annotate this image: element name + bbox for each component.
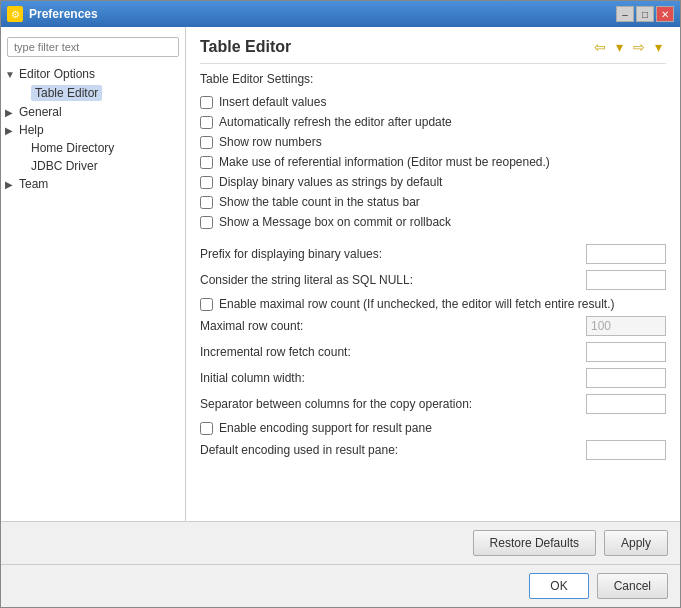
checkbox-row-auto-refresh: Automatically refresh the editor after u…: [200, 114, 666, 130]
binary-strings-checkbox[interactable]: [200, 176, 213, 189]
dialog-footer: OK Cancel: [1, 564, 680, 607]
cancel-button[interactable]: Cancel: [597, 573, 668, 599]
field-row-prefix: Prefix for displaying binary values:: [200, 244, 666, 264]
message-box-checkbox[interactable]: [200, 216, 213, 229]
nav-back-button[interactable]: ⇦: [590, 37, 610, 57]
insert-default-label: Insert default values: [219, 95, 326, 109]
nav-dropdown-button[interactable]: ▾: [612, 37, 627, 57]
referential-label: Make use of referential information (Edi…: [219, 155, 550, 169]
sidebar-item-table-editor[interactable]: Table Editor: [1, 83, 185, 103]
sidebar-item-label: Table Editor: [31, 85, 102, 101]
nav-forward-button[interactable]: ⇨: [629, 37, 649, 57]
sidebar-item-jdbc-driver[interactable]: JDBC Driver: [1, 157, 185, 175]
close-button[interactable]: ✕: [656, 6, 674, 22]
column-width-input[interactable]: [586, 368, 666, 388]
insert-default-checkbox[interactable]: [200, 96, 213, 109]
auto-refresh-checkbox[interactable]: [200, 116, 213, 129]
field-row-default-encoding: Default encoding used in result pane:: [200, 440, 666, 460]
title-buttons: – □ ✕: [616, 6, 674, 22]
nav-forward-dropdown-button[interactable]: ▾: [651, 37, 666, 57]
checkbox-row-maxrow: Enable maximal row count (If unchecked, …: [200, 296, 666, 312]
separator-label: Separator between columns for the copy o…: [200, 397, 586, 411]
fields-section: Prefix for displaying binary values: Con…: [200, 244, 666, 460]
panel-header: Table Editor ⇦ ▾ ⇨ ▾: [200, 37, 666, 64]
sidebar-item-label: Home Directory: [31, 141, 114, 155]
settings-section: Table Editor Settings: Insert default va…: [200, 72, 666, 230]
checkbox-row-show-row-numbers: Show row numbers: [200, 134, 666, 150]
encoding-checkbox[interactable]: [200, 422, 213, 435]
sidebar-item-editor-options[interactable]: ▼ Editor Options: [1, 65, 185, 83]
checkbox-row-table-count: Show the table count in the status bar: [200, 194, 666, 210]
sidebar-item-label: General: [19, 105, 62, 119]
show-row-numbers-label: Show row numbers: [219, 135, 322, 149]
maxrow-count-label: Maximal row count:: [200, 319, 586, 333]
ok-button[interactable]: OK: [529, 573, 588, 599]
field-row-separator: Separator between columns for the copy o…: [200, 394, 666, 414]
main-panel: Table Editor ⇦ ▾ ⇨ ▾ Table Editor Settin…: [186, 27, 680, 521]
arrow-icon: ▼: [5, 69, 17, 80]
field-row-column-width: Initial column width:: [200, 368, 666, 388]
prefix-input[interactable]: [586, 244, 666, 264]
field-row-sql-null: Consider the string literal as SQL NULL:: [200, 270, 666, 290]
message-box-label: Show a Message box on commit or rollback: [219, 215, 451, 229]
filter-input[interactable]: [7, 37, 179, 57]
content-area: ▼ Editor Options Table Editor ▶ General …: [1, 27, 680, 521]
sidebar-item-help[interactable]: ▶ Help: [1, 121, 185, 139]
encoding-label: Enable encoding support for result pane: [219, 421, 432, 435]
checkbox-row-referential: Make use of referential information (Edi…: [200, 154, 666, 170]
apply-button[interactable]: Apply: [604, 530, 668, 556]
checkbox-row-message-box: Show a Message box on commit or rollback: [200, 214, 666, 230]
minimize-button[interactable]: –: [616, 6, 634, 22]
arrow-icon: ▶: [5, 107, 17, 118]
arrow-icon: ▶: [5, 179, 17, 190]
sidebar-item-label: JDBC Driver: [31, 159, 98, 173]
restore-defaults-button[interactable]: Restore Defaults: [473, 530, 596, 556]
sql-null-input[interactable]: [586, 270, 666, 290]
window-icon: ⚙: [7, 6, 23, 22]
arrow-icon: ▶: [5, 125, 17, 136]
title-bar-left: ⚙ Preferences: [7, 6, 98, 22]
title-bar: ⚙ Preferences – □ ✕: [1, 1, 680, 27]
sidebar-item-general[interactable]: ▶ General: [1, 103, 185, 121]
bottom-action-bar: Restore Defaults Apply: [1, 521, 680, 564]
sidebar-item-home-directory[interactable]: Home Directory: [1, 139, 185, 157]
column-width-label: Initial column width:: [200, 371, 586, 385]
incremental-input[interactable]: [586, 342, 666, 362]
sidebar-item-label: Editor Options: [19, 67, 95, 81]
show-row-numbers-checkbox[interactable]: [200, 136, 213, 149]
section-label: Table Editor Settings:: [200, 72, 666, 86]
toolbar-icons: ⇦ ▾ ⇨ ▾: [590, 37, 666, 57]
checkbox-row-encoding: Enable encoding support for result pane: [200, 420, 666, 436]
binary-strings-label: Display binary values as strings by defa…: [219, 175, 442, 189]
separator-input[interactable]: [586, 394, 666, 414]
preferences-window: ⚙ Preferences – □ ✕ ▼ Editor Options Tab…: [0, 0, 681, 608]
maxrow-count-input[interactable]: [586, 316, 666, 336]
referential-checkbox[interactable]: [200, 156, 213, 169]
sidebar-item-label: Team: [19, 177, 48, 191]
maxrow-checkbox[interactable]: [200, 298, 213, 311]
prefix-label: Prefix for displaying binary values:: [200, 247, 586, 261]
field-row-maxrow-count: Maximal row count:: [200, 316, 666, 336]
window-title: Preferences: [29, 7, 98, 21]
sidebar: ▼ Editor Options Table Editor ▶ General …: [1, 27, 186, 521]
default-encoding-input[interactable]: [586, 440, 666, 460]
sidebar-item-label: Help: [19, 123, 44, 137]
auto-refresh-label: Automatically refresh the editor after u…: [219, 115, 452, 129]
checkbox-row-binary-strings: Display binary values as strings by defa…: [200, 174, 666, 190]
table-count-checkbox[interactable]: [200, 196, 213, 209]
incremental-label: Incremental row fetch count:: [200, 345, 586, 359]
default-encoding-label: Default encoding used in result pane:: [200, 443, 586, 457]
panel-title: Table Editor: [200, 38, 291, 56]
field-row-incremental: Incremental row fetch count:: [200, 342, 666, 362]
sql-null-label: Consider the string literal as SQL NULL:: [200, 273, 586, 287]
sidebar-item-team[interactable]: ▶ Team: [1, 175, 185, 193]
maximize-button[interactable]: □: [636, 6, 654, 22]
checkbox-row-insert-default: Insert default values: [200, 94, 666, 110]
maxrow-label: Enable maximal row count (If unchecked, …: [219, 297, 615, 311]
table-count-label: Show the table count in the status bar: [219, 195, 420, 209]
